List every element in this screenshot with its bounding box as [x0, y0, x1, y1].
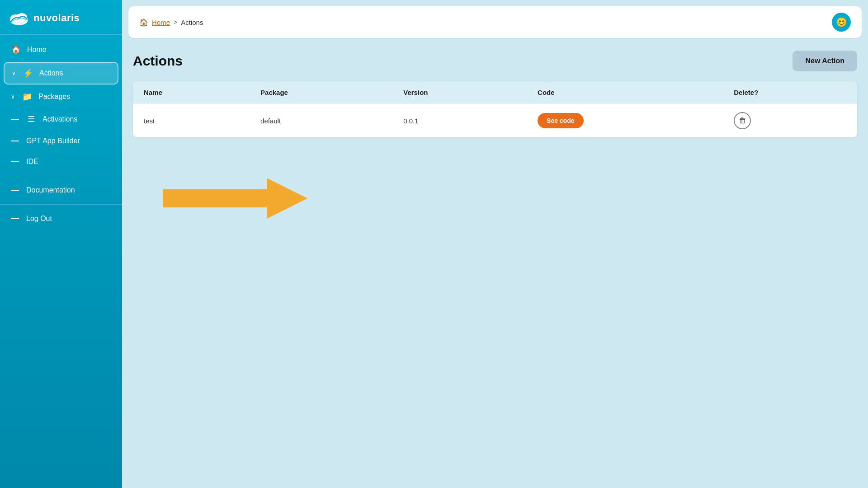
breadcrumb-separator: >: [174, 19, 177, 26]
sidebar-item-activations-label: Activations: [42, 115, 111, 123]
sidebar-item-packages[interactable]: ∨ 📁 Packages: [0, 85, 122, 108]
activations-icon: ☰: [26, 114, 36, 124]
sidebar-item-documentation[interactable]: Documentation: [0, 180, 122, 201]
col-name: Name: [133, 81, 250, 104]
breadcrumb-home-link[interactable]: Home: [152, 19, 170, 26]
home-icon: 🏠: [11, 45, 21, 55]
sidebar-item-gpt-label: GPT App Builder: [26, 137, 111, 145]
col-delete: Delete?: [723, 81, 857, 104]
col-version: Version: [392, 81, 527, 104]
page-title: Actions: [133, 53, 183, 69]
sidebar-nav: 🏠 Home ∨ ⚡ Actions ∨ 📁 Packages ☰ Activa…: [0, 35, 122, 488]
content-header: Actions New Action: [133, 51, 857, 71]
sidebar-item-packages-label: Packages: [38, 93, 111, 101]
dash-icon-gpt: [11, 141, 19, 141]
nuvolaris-logo-icon: [9, 10, 29, 26]
sidebar-item-actions-label: Actions: [39, 69, 110, 77]
dash-icon-docs: [11, 190, 19, 191]
avatar[interactable]: 😊: [832, 13, 851, 32]
sidebar-bottom-divider: [0, 204, 122, 205]
actions-icon: ⚡: [23, 68, 33, 78]
sidebar-item-home[interactable]: 🏠 Home: [0, 38, 122, 61]
sidebar: nuvolaris 🏠 Home ∨ ⚡ Actions ∨ 📁 Package…: [0, 0, 122, 488]
see-code-button[interactable]: See code: [538, 113, 583, 128]
sidebar-item-home-label: Home: [27, 46, 111, 54]
table-header: Name Package Version Code Delete?: [133, 81, 857, 104]
home-breadcrumb-icon: 🏠: [139, 18, 148, 27]
packages-icon: 📁: [22, 92, 32, 102]
dash-icon-logout: [11, 218, 19, 219]
table-row: test default 0.0.1 See code 🗑: [133, 104, 857, 138]
new-action-button[interactable]: New Action: [793, 51, 857, 71]
content-area: Actions New Action Name Package Version …: [122, 38, 868, 488]
cell-package: default: [250, 104, 392, 138]
delete-button[interactable]: 🗑: [734, 112, 751, 129]
trash-icon: 🗑: [739, 116, 746, 125]
sidebar-item-actions[interactable]: ∨ ⚡ Actions: [4, 62, 118, 84]
sidebar-item-gpt-app-builder[interactable]: GPT App Builder: [0, 131, 122, 151]
chevron-down-icon-packages: ∨: [11, 94, 15, 100]
sidebar-item-documentation-label: Documentation: [26, 186, 111, 194]
sidebar-item-activations[interactable]: ☰ Activations: [0, 108, 122, 131]
cell-name: test: [133, 104, 250, 138]
table-body: test default 0.0.1 See code 🗑: [133, 104, 857, 138]
sidebar-item-ide[interactable]: IDE: [0, 151, 122, 172]
breadcrumb: 🏠 Home > Actions: [139, 18, 203, 27]
logo-area: nuvolaris: [0, 0, 122, 34]
cell-code: See code: [527, 104, 723, 138]
topbar: 🏠 Home > Actions 😊: [128, 6, 862, 38]
dash-icon-ide: [11, 161, 19, 162]
actions-table: Name Package Version Code Delete? test d…: [133, 81, 857, 137]
breadcrumb-current: Actions: [181, 19, 203, 26]
table-header-row: Name Package Version Code Delete?: [133, 81, 857, 104]
cell-delete: 🗑: [723, 104, 857, 138]
svg-marker-3: [163, 178, 307, 219]
col-code: Code: [527, 81, 723, 104]
chevron-down-icon: ∨: [12, 70, 16, 76]
arrow-annotation: [163, 169, 307, 230]
arrow-svg: [163, 169, 307, 228]
sidebar-item-logout[interactable]: Log Out: [0, 208, 122, 229]
col-package: Package: [250, 81, 392, 104]
main-content: 🏠 Home > Actions 😊 Actions New Action Na…: [122, 0, 868, 488]
logo-text: nuvolaris: [33, 12, 80, 24]
actions-table-container: Name Package Version Code Delete? test d…: [133, 81, 857, 137]
sidebar-mid-divider: [0, 176, 122, 176]
sidebar-item-logout-label: Log Out: [26, 215, 111, 223]
dash-icon-activations: [11, 119, 19, 120]
cell-version: 0.0.1: [392, 104, 527, 138]
sidebar-item-ide-label: IDE: [26, 158, 111, 166]
